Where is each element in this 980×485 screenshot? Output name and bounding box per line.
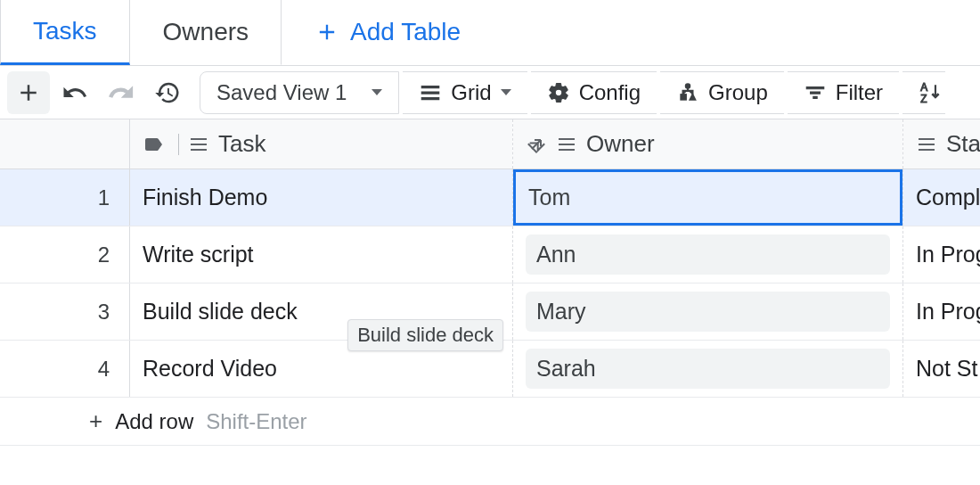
layout-grid-label: Grid — [451, 80, 491, 105]
divider — [178, 134, 179, 155]
cell-task[interactable]: Write script — [130, 226, 513, 283]
cell-owner-value: Mary — [526, 292, 890, 332]
row-number[interactable]: 1 — [0, 169, 130, 226]
svg-rect-1 — [681, 95, 685, 99]
lookup-icon — [526, 134, 547, 155]
add-button[interactable] — [7, 71, 50, 114]
cell-status[interactable]: In Prog — [903, 284, 980, 340]
row-number[interactable]: 2 — [0, 226, 130, 283]
table-row[interactable]: 2 Write script Ann In Prog — [0, 226, 980, 284]
label-icon — [143, 134, 164, 155]
cell-status[interactable]: Compl — [903, 169, 980, 226]
cell-owner-value: Sarah — [526, 349, 890, 389]
tab-owners-label: Owners — [163, 18, 249, 46]
filter-icon — [804, 81, 827, 104]
cell-owner[interactable]: Sarah — [513, 341, 903, 397]
tooltip: Build slide deck — [347, 319, 503, 351]
tab-tasks-label: Tasks — [33, 17, 97, 45]
cell-owner-value: Ann — [526, 234, 890, 275]
column-task-label: Task — [218, 130, 265, 158]
svg-marker-2 — [690, 95, 695, 99]
row-number[interactable]: 3 — [0, 284, 130, 340]
tab-tasks[interactable]: Tasks — [0, 0, 130, 65]
cell-status[interactable]: In Prog — [903, 226, 980, 283]
cell-task-value: Record Video — [143, 356, 277, 382]
undo-icon — [61, 79, 88, 106]
layout-grid-button[interactable]: Grid — [403, 71, 527, 114]
config-label: Config — [579, 80, 641, 105]
add-row-shortcut: Shift-Enter — [206, 409, 306, 434]
table-row[interactable]: 1 Finish Demo Tom Compl — [0, 169, 980, 226]
text-icon — [556, 134, 577, 155]
saved-view-label: Saved View 1 — [216, 80, 347, 105]
sort-button[interactable]: AZ — [902, 71, 945, 114]
svg-point-0 — [686, 84, 690, 87]
redo-button[interactable] — [100, 71, 143, 114]
add-table-label: Add Table — [350, 18, 461, 46]
column-owner-label: Owner — [586, 130, 655, 158]
tab-owners[interactable]: Owners — [130, 0, 282, 65]
text-icon — [916, 134, 937, 155]
text-icon — [188, 134, 209, 155]
history-button[interactable] — [146, 71, 189, 114]
plus-icon: + — [89, 407, 102, 435]
undo-button[interactable] — [53, 71, 96, 114]
group-button[interactable]: Group — [660, 71, 784, 114]
list-icon — [419, 81, 442, 104]
cell-owner[interactable]: Mary — [513, 284, 903, 340]
cell-status[interactable]: Not St — [903, 341, 980, 397]
config-button[interactable]: Config — [531, 71, 657, 114]
chevron-down-icon — [372, 89, 382, 95]
table-tabs: Tasks Owners Add Table — [0, 0, 980, 66]
saved-view-dropdown[interactable]: Saved View 1 — [200, 71, 399, 114]
cell-owner-value: Tom — [513, 169, 902, 226]
rownum-header[interactable] — [0, 119, 129, 169]
filter-button[interactable]: Filter — [788, 71, 899, 114]
add-table-button[interactable]: Add Table — [282, 0, 494, 65]
column-header-owner[interactable]: Owner — [513, 119, 902, 169]
chevron-down-icon — [501, 89, 511, 95]
cell-task[interactable]: Finish Demo — [130, 169, 513, 226]
add-row-label: Add row — [115, 409, 193, 434]
toolbar: Saved View 1 Grid Config Group Filter AZ — [0, 66, 980, 119]
group-label: Group — [708, 80, 768, 105]
table-column-headers: Task Owner Sta — [0, 119, 980, 169]
add-row: + Add row Shift-Enter — [0, 398, 980, 446]
row-number[interactable]: 4 — [0, 341, 130, 397]
column-header-status[interactable]: Sta — [903, 119, 980, 169]
plus-icon — [314, 20, 339, 45]
filter-label: Filter — [836, 80, 883, 105]
sort-icon: AZ — [919, 81, 942, 104]
cell-owner[interactable]: Ann — [513, 226, 903, 283]
column-header-task[interactable]: Task — [130, 119, 512, 169]
history-icon — [154, 79, 181, 106]
table-row[interactable]: 4 Record Video Build slide deck Sarah No… — [0, 341, 980, 398]
group-icon — [676, 81, 699, 104]
cell-task[interactable]: Record Video Build slide deck — [130, 341, 513, 397]
cell-owner[interactable]: Tom — [513, 169, 903, 226]
svg-text:A: A — [920, 81, 927, 94]
gear-icon — [547, 81, 570, 104]
redo-icon — [108, 79, 135, 106]
add-row-button[interactable]: + Add row Shift-Enter — [89, 407, 307, 435]
plus-icon — [15, 79, 42, 106]
svg-text:Z: Z — [920, 92, 927, 103]
column-status-label: Sta — [946, 130, 980, 158]
